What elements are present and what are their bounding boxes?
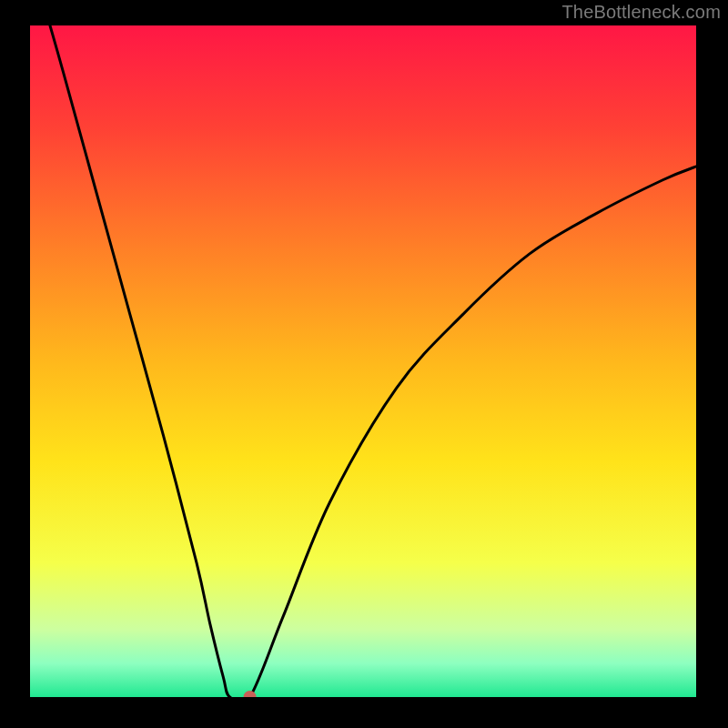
chart-frame: TheBottleneck.com: [0, 0, 728, 728]
plot-area: [30, 25, 696, 697]
watermark-text: TheBottleneck.com: [561, 2, 721, 23]
bottleneck-curve: [30, 25, 696, 697]
